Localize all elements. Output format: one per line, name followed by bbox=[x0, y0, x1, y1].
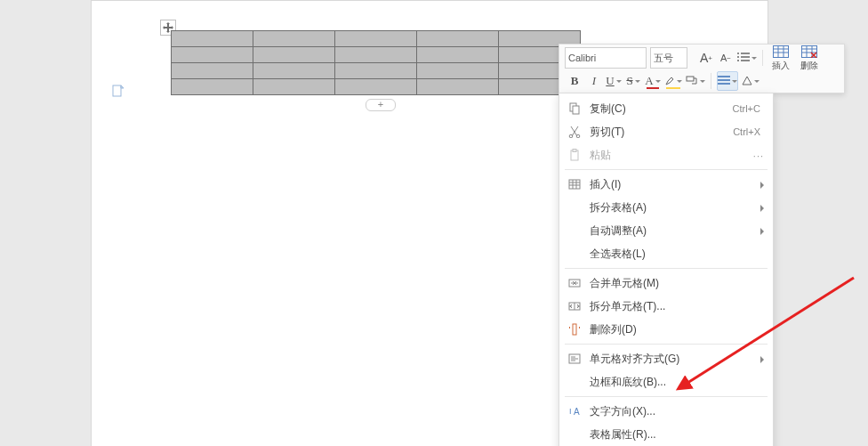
menu-paste-label: 粘贴 bbox=[590, 148, 611, 163]
paste-icon bbox=[567, 147, 583, 163]
menu-delete-col[interactable]: 删除列(D) bbox=[559, 318, 773, 341]
menu-merge-cells-label: 合并单元格(M) bbox=[590, 276, 659, 291]
insert-table-button[interactable]: 插入 bbox=[768, 44, 793, 72]
menu-borders[interactable]: 边框和底纹(B)... bbox=[559, 370, 773, 393]
svg-rect-10 bbox=[569, 180, 580, 189]
svg-rect-5 bbox=[573, 106, 579, 114]
menu-separator bbox=[565, 169, 768, 170]
svg-rect-1 bbox=[774, 46, 789, 58]
menu-cell-align-label: 单元格对齐方式(G) bbox=[590, 352, 679, 367]
menu-separator bbox=[565, 268, 768, 269]
menu-cut[interactable]: 剪切(T) Ctrl+X bbox=[559, 120, 773, 143]
menu-split-table-label: 拆分表格(A) bbox=[590, 200, 647, 215]
menu-delete-col-label: 删除列(D) bbox=[590, 322, 637, 337]
delete-col-icon bbox=[567, 321, 583, 337]
font-color-button[interactable]: A bbox=[645, 72, 661, 90]
svg-text:A: A bbox=[574, 407, 580, 417]
delete-table-button[interactable]: 删除 bbox=[797, 44, 822, 72]
menu-split-cells[interactable]: 拆分单元格(T)... bbox=[559, 295, 773, 318]
menu-paste: 粘贴 ··· bbox=[559, 143, 773, 166]
menu-split-cells-label: 拆分单元格(T)... bbox=[590, 299, 665, 314]
font-name-input[interactable] bbox=[565, 47, 647, 69]
svg-rect-9 bbox=[573, 150, 576, 152]
grow-font-button[interactable]: A+ bbox=[698, 49, 714, 67]
table-icon bbox=[567, 176, 583, 192]
highlight-button[interactable] bbox=[664, 72, 682, 90]
menu-split-table[interactable]: 拆分表格(A) bbox=[559, 196, 773, 219]
menu-autofit-label: 自动调整(A) bbox=[590, 223, 647, 239]
menu-insert-label: 插入(I) bbox=[590, 177, 621, 192]
align-icon bbox=[567, 351, 583, 367]
menu-insert[interactable]: 插入(I) bbox=[559, 173, 773, 196]
shrink-font-button[interactable]: A− bbox=[718, 49, 734, 67]
copy-icon bbox=[567, 101, 583, 117]
more-icon: ··· bbox=[753, 150, 764, 161]
merge-icon bbox=[567, 275, 583, 291]
strike-button[interactable]: S bbox=[625, 72, 641, 90]
italic-button[interactable]: I bbox=[586, 72, 602, 90]
page-break-icon bbox=[112, 85, 125, 97]
menu-borders-label: 边框和底纹(B)... bbox=[590, 375, 666, 390]
table-context-menu: 复制(C) Ctrl+C 剪切(T) Ctrl+X 粘贴 ··· 插入(I) 拆… bbox=[559, 93, 774, 446]
add-row-button[interactable]: + bbox=[366, 99, 396, 111]
text-dir-icon: IA bbox=[567, 403, 583, 419]
delete-label: 删除 bbox=[800, 60, 818, 72]
align-button[interactable] bbox=[717, 71, 738, 91]
split-icon bbox=[567, 298, 583, 314]
font-size-input[interactable] bbox=[650, 47, 687, 69]
menu-table-props[interactable]: 表格属性(R)... bbox=[559, 423, 773, 446]
menu-table-props-label: 表格属性(R)... bbox=[590, 427, 656, 442]
shape-button[interactable] bbox=[742, 72, 760, 90]
svg-rect-0 bbox=[113, 85, 121, 96]
menu-cut-label: 剪切(T) bbox=[590, 125, 624, 140]
menu-copy-shortcut: Ctrl+C bbox=[733, 103, 760, 114]
menu-select-table[interactable]: 全选表格(L) bbox=[559, 242, 773, 265]
menu-copy[interactable]: 复制(C) Ctrl+C bbox=[559, 97, 773, 120]
menu-separator bbox=[565, 344, 768, 345]
menu-autofit[interactable]: 自动调整(A) bbox=[559, 219, 773, 242]
menu-cut-shortcut: Ctrl+X bbox=[733, 126, 760, 137]
format-painter-button[interactable] bbox=[686, 72, 705, 90]
mini-toolbar: A+ A− 插入 删除 B I U S A bbox=[559, 44, 845, 93]
menu-copy-label: 复制(C) bbox=[590, 101, 626, 117]
menu-select-table-label: 全选表格(L) bbox=[590, 247, 646, 262]
svg-text:I: I bbox=[569, 407, 572, 416]
underline-button[interactable]: U bbox=[606, 72, 622, 90]
menu-separator bbox=[565, 396, 768, 397]
svg-rect-3 bbox=[687, 77, 694, 81]
menu-merge-cells[interactable]: 合并单元格(M) bbox=[559, 272, 773, 295]
bold-button[interactable]: B bbox=[567, 72, 583, 90]
insert-label: 插入 bbox=[772, 60, 790, 72]
menu-text-direction-label: 文字方向(X)... bbox=[590, 404, 655, 419]
cut-icon bbox=[567, 124, 583, 140]
menu-cell-align[interactable]: 单元格对齐方式(G) bbox=[559, 347, 773, 370]
svg-rect-13 bbox=[573, 324, 576, 335]
list-button[interactable] bbox=[737, 49, 757, 67]
selected-table[interactable] bbox=[171, 30, 581, 95]
menu-text-direction[interactable]: IA 文字方向(X)... bbox=[559, 400, 773, 423]
